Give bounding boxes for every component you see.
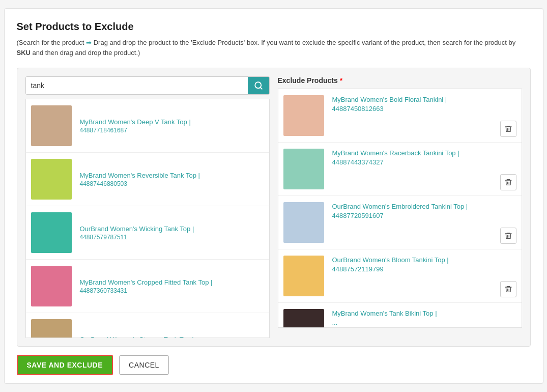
product-thumbnail xyxy=(31,319,72,338)
product-name: OurBrand Women's Strappy Tank Top | xyxy=(80,335,194,338)
subtitle-text-2: Drag and drop the product to the 'Exclud… xyxy=(92,39,515,46)
list-item[interactable]: MyBrand Women's Cropped Fitted Tank Top … xyxy=(26,260,269,313)
trash-icon xyxy=(504,285,512,293)
trash-icon xyxy=(504,178,512,186)
product-thumbnail xyxy=(31,212,72,253)
exclude-info: OurBrand Women's Bloom Tankini Top | 448… xyxy=(332,256,516,274)
list-item: MyBrand Women's Bold Floral Tankini | 44… xyxy=(278,89,522,143)
exclude-product-name: MyBrand Women's Racerback Tankini Top | xyxy=(332,149,516,158)
exclude-product-sku: ... xyxy=(332,318,516,327)
exclude-product-name: OurBrand Women's Embroidered Tankini Top… xyxy=(332,202,516,211)
search-input[interactable] xyxy=(26,77,248,94)
product-info: MyBrand Women's Cropped Fitted Tank Top … xyxy=(80,278,213,294)
product-info: MyBrand Women's Reversible Tank Top | 44… xyxy=(80,171,200,187)
product-thumbnail xyxy=(31,159,72,200)
exclude-product-sku: 44887720591607 xyxy=(332,211,516,220)
exclude-thumbnail xyxy=(283,309,324,328)
modal-subtitle: (Search for the product ➡ Drag and drop … xyxy=(17,38,531,58)
exclude-product-sku: 44887450812663 xyxy=(332,104,516,114)
exclude-header: Exclude Products * xyxy=(278,76,522,85)
search-bar xyxy=(25,76,270,95)
product-thumbnail xyxy=(31,266,72,306)
exclude-product-name: MyBrand Women's Tank Bikini Top | xyxy=(332,309,516,318)
content-area: MyBrand Women's Deep V Tank Top | 448877… xyxy=(17,68,531,347)
subtitle-sku: SKU xyxy=(17,49,31,57)
exclude-thumbnail xyxy=(283,149,324,189)
exclude-list: MyBrand Women's Bold Floral Tankini | 44… xyxy=(278,89,522,328)
subtitle-arrow: ➡ xyxy=(86,39,92,46)
exclude-thumbnail xyxy=(283,256,324,296)
product-name: MyBrand Women's Reversible Tank Top | xyxy=(80,171,200,180)
list-item[interactable]: MyBrand Women's Reversible Tank Top | 44… xyxy=(26,153,269,206)
exclude-info: MyBrand Women's Tank Bikini Top | ... xyxy=(332,309,516,327)
list-item: OurBrand Women's Bloom Tankini Top | 448… xyxy=(278,249,522,303)
delete-button[interactable] xyxy=(500,281,516,297)
left-panel: MyBrand Women's Deep V Tank Top | 448877… xyxy=(25,76,270,338)
delete-button[interactable] xyxy=(500,174,516,190)
subtitle-text-3: and then drag and drop the product.) xyxy=(31,49,140,57)
product-thumbnail xyxy=(31,105,72,146)
product-sku: 44887360733431 xyxy=(80,287,213,294)
search-button[interactable] xyxy=(248,77,269,94)
product-sku: 44887579787511 xyxy=(80,234,194,241)
exclude-thumbnail xyxy=(283,95,324,136)
subtitle-text-1: (Search for the product xyxy=(17,39,87,46)
exclude-info: MyBrand Women's Bold Floral Tankini | 44… xyxy=(332,95,516,114)
product-sku: 44887446880503 xyxy=(80,180,200,187)
required-marker: * xyxy=(340,76,342,85)
exclude-product-name: MyBrand Women's Bold Floral Tankini | xyxy=(332,95,516,104)
product-info: OurBrand Women's Wicking Tank Top | 4488… xyxy=(80,225,194,241)
modal-title: Set Products to Exclude xyxy=(17,21,531,33)
exclude-product-name: OurBrand Women's Bloom Tankini Top | xyxy=(332,256,516,265)
product-name: MyBrand Women's Deep V Tank Top | xyxy=(80,118,191,127)
exclude-header-label: Exclude Products xyxy=(278,76,338,85)
list-item[interactable]: MyBrand Women's Deep V Tank Top | 448877… xyxy=(26,99,269,153)
exclude-product-sku: 44887572119799 xyxy=(332,265,516,274)
exclude-thumbnail xyxy=(283,202,324,243)
list-item[interactable]: OurBrand Women's Strappy Tank Top | xyxy=(26,313,269,338)
list-item: MyBrand Women's Racerback Tankini Top | … xyxy=(278,143,522,196)
list-item: OurBrand Women's Embroidered Tankini Top… xyxy=(278,196,522,249)
exclude-product-sku: 44887443374327 xyxy=(332,158,516,167)
product-sku: 44887718461687 xyxy=(80,127,191,134)
exclude-info: MyBrand Women's Racerback Tankini Top | … xyxy=(332,149,516,167)
product-info: OurBrand Women's Strappy Tank Top | xyxy=(80,335,194,338)
product-name: MyBrand Women's Cropped Fitted Tank Top … xyxy=(80,278,213,287)
trash-icon xyxy=(504,232,512,240)
product-name: OurBrand Women's Wicking Tank Top | xyxy=(80,225,194,234)
cancel-button[interactable]: CANCEL xyxy=(119,355,169,375)
save-and-exclude-button[interactable]: SAVE AND EXCLUDE xyxy=(17,355,113,375)
trash-icon xyxy=(504,125,512,133)
modal-container: Set Products to Exclude (Search for the … xyxy=(4,8,543,384)
product-info: MyBrand Women's Deep V Tank Top | 448877… xyxy=(80,118,191,134)
search-icon xyxy=(254,81,263,90)
right-panel: Exclude Products * MyBrand Women's Bold … xyxy=(278,76,522,338)
delete-button[interactable] xyxy=(500,121,516,137)
delete-button[interactable] xyxy=(500,228,516,244)
list-item: MyBrand Women's Tank Bikini Top | ... xyxy=(278,303,522,328)
list-item[interactable]: OurBrand Women's Wicking Tank Top | 4488… xyxy=(26,206,269,260)
exclude-info: OurBrand Women's Embroidered Tankini Top… xyxy=(332,202,516,220)
modal-footer: SAVE AND EXCLUDE CANCEL xyxy=(17,347,531,383)
product-list: MyBrand Women's Deep V Tank Top | 448877… xyxy=(25,99,270,338)
